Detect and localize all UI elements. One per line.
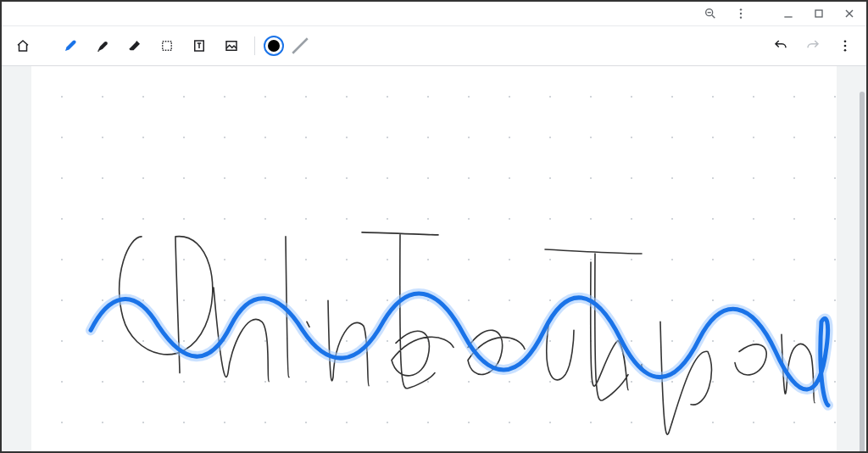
- highlighter-glow: [91, 294, 828, 405]
- pen-tool-button[interactable]: [56, 31, 85, 60]
- close-button[interactable]: [837, 3, 861, 24]
- color-picker-button[interactable]: [264, 36, 284, 56]
- svg-point-17: [844, 45, 847, 48]
- svg-point-3: [740, 8, 742, 10]
- color-swatch-icon: [268, 40, 280, 52]
- redo-button[interactable]: [798, 31, 827, 60]
- svg-rect-10: [163, 42, 172, 51]
- maximize-button[interactable]: [807, 3, 831, 24]
- window-titlebar: [2, 2, 866, 25]
- text-tool-button[interactable]: [185, 31, 214, 60]
- home-button[interactable]: [8, 31, 37, 60]
- toolbar: [2, 25, 866, 66]
- image-tool-button[interactable]: [217, 31, 246, 60]
- minimize-button[interactable]: [776, 3, 800, 24]
- marker-tool-button[interactable]: [88, 31, 117, 60]
- select-tool-button[interactable]: [153, 31, 181, 60]
- vertical-scrollbar[interactable]: [860, 92, 865, 451]
- drawing-layer: [31, 66, 837, 451]
- svg-point-4: [740, 13, 742, 14]
- svg-point-18: [844, 49, 847, 52]
- eraser-tool-button[interactable]: [120, 31, 149, 60]
- svg-line-15: [292, 38, 308, 53]
- toolbar-divider: [254, 36, 255, 55]
- stroke-width-button[interactable]: [287, 33, 313, 59]
- undo-button[interactable]: [766, 31, 795, 60]
- toolbar-right: [766, 31, 860, 60]
- more-button[interactable]: [831, 31, 860, 60]
- svg-point-16: [844, 40, 847, 42]
- svg-rect-7: [815, 10, 822, 17]
- app-frame: [0, 0, 868, 453]
- svg-rect-14: [226, 42, 236, 51]
- toolbar-left: [8, 31, 313, 60]
- canvas-area: [2, 66, 866, 451]
- canvas-paper[interactable]: [31, 66, 837, 451]
- svg-point-5: [740, 16, 742, 18]
- zoom-out-button[interactable]: [698, 3, 722, 24]
- window-menu-button[interactable]: [729, 3, 753, 24]
- svg-line-1: [712, 15, 715, 18]
